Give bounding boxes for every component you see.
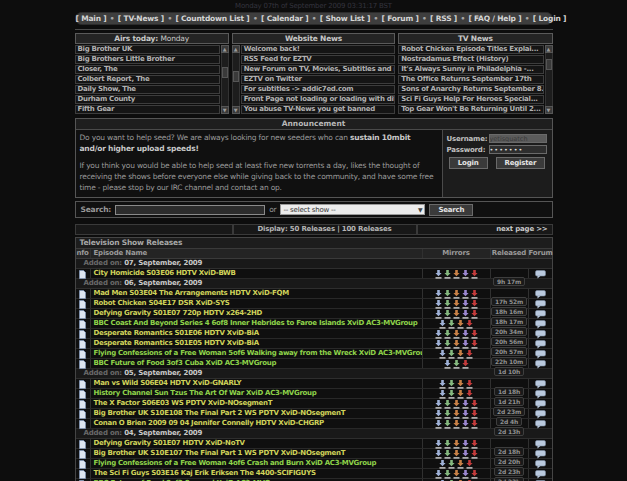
mirror-download-icon[interactable] bbox=[471, 414, 478, 433]
airs-today-item[interactable]: Daily Show, The bbox=[75, 85, 220, 94]
nav-item-tv-news[interactable]: [ TV-News ] bbox=[118, 14, 164, 23]
mirror-download-icon[interactable] bbox=[457, 474, 464, 481]
search-button[interactable]: Search bbox=[429, 204, 473, 216]
nav-item-forum[interactable]: [ Forum ] bbox=[382, 14, 419, 23]
mirror-download-icon[interactable] bbox=[462, 414, 469, 433]
release-name-link[interactable]: Big Brother UK S10E108 The Final Part 2 … bbox=[91, 409, 423, 418]
scroll-up-icon[interactable]: ▲ bbox=[232, 45, 240, 53]
tv-news-item[interactable]: Top Gear Won't Be Returning Until 2... bbox=[398, 105, 543, 114]
scroll-track[interactable] bbox=[232, 53, 240, 106]
mirror-download-icon[interactable] bbox=[448, 474, 455, 481]
releases-table-header: nfo Episode Name Mirrors Released Forum bbox=[76, 249, 552, 259]
release-name-link[interactable]: Flying Confessions of a Free Woman 4of6 … bbox=[91, 459, 423, 468]
release-name-link[interactable]: The X Factor S06E03 WS PDTV XviD-NOsegme… bbox=[91, 399, 423, 408]
mirror-download-icon[interactable] bbox=[444, 354, 451, 373]
release-name-link[interactable]: The Sci Fi Guys S03E16 Kaj Erik Eriksen … bbox=[91, 469, 423, 478]
release-name-link[interactable]: Man vs Wild S06E04 HDTV XviD-GNARLY bbox=[91, 379, 423, 388]
scroll-down-icon[interactable]: ▼ bbox=[232, 106, 240, 114]
release-name-link[interactable]: Flying Confessions of a Free Woman 5of6 … bbox=[91, 349, 423, 358]
mirror-download-icon[interactable] bbox=[466, 474, 473, 481]
next-page-link[interactable]: next page >> bbox=[496, 225, 547, 233]
nav-item-login[interactable]: [ Login ] bbox=[533, 14, 567, 23]
mirror-download-icon[interactable] bbox=[453, 414, 460, 433]
display-100-link[interactable]: 100 Releases bbox=[342, 225, 392, 233]
tv-news-item[interactable]: Sons of Anarchy Returns September 8... bbox=[398, 85, 543, 94]
display-50-link[interactable]: 50 Releases bbox=[290, 225, 335, 233]
website-news-item[interactable]: For subtitles -> addic7ed.com bbox=[241, 85, 396, 94]
scroll-thumb[interactable] bbox=[546, 59, 552, 70]
nfo-icon[interactable] bbox=[79, 474, 86, 481]
forum-comment-icon[interactable] bbox=[535, 264, 546, 283]
tv-news-item[interactable]: The Office Returns September 17th bbox=[398, 75, 543, 84]
airs-today-item[interactable]: Big Brothers Little Brother bbox=[75, 55, 220, 64]
mirror-download-icon[interactable] bbox=[453, 354, 460, 373]
nav-item-showlist[interactable]: [ Show List ] bbox=[320, 14, 370, 23]
nfo-cell bbox=[76, 269, 91, 278]
nav-item-faqhelp[interactable]: [ FAQ / Help ] bbox=[468, 14, 521, 23]
release-name-link[interactable]: Big Brother UK S10E107 The Final Part 1 … bbox=[91, 449, 423, 458]
nav-item-calendar[interactable]: [ Calendar ] bbox=[261, 14, 308, 23]
mirror-download-icon[interactable] bbox=[435, 264, 442, 283]
release-name-link[interactable]: Conan O Brien 2009 09 04 Jennifer Connel… bbox=[91, 419, 423, 428]
airs-today-item[interactable]: Closer, The bbox=[75, 65, 220, 74]
forum-comment-icon[interactable] bbox=[535, 354, 546, 373]
mirror-download-icon[interactable] bbox=[453, 264, 460, 283]
mirror-download-icon[interactable] bbox=[439, 474, 446, 481]
password-field[interactable] bbox=[489, 145, 547, 154]
forum-comment-icon[interactable] bbox=[535, 474, 546, 481]
website-news-item[interactable]: Welcome back! bbox=[241, 45, 396, 54]
forum-cell bbox=[529, 419, 552, 428]
scroll-track[interactable] bbox=[545, 53, 553, 106]
mirror-download-icon[interactable] bbox=[444, 414, 451, 433]
website-news-item[interactable]: RSS Feed for EZTV bbox=[241, 55, 396, 64]
scroll-track[interactable] bbox=[221, 53, 229, 106]
release-name-link[interactable]: Defying Gravity S01E07 HDTV XviD-NoTV bbox=[91, 439, 423, 448]
nav-item-countdownlist[interactable]: [ Countdown List ] bbox=[175, 14, 249, 23]
username-field[interactable] bbox=[489, 134, 547, 143]
website-news-item[interactable]: Front Page not loading or loading with d… bbox=[241, 95, 396, 104]
website-news-item[interactable]: New Forum on TV, Movies, Subtitles and m… bbox=[241, 65, 396, 74]
scroll-down-icon[interactable]: ▼ bbox=[545, 106, 553, 114]
mirror-download-icon[interactable] bbox=[471, 264, 478, 283]
tv-news-item[interactable]: Nostradamus Effect (History) bbox=[398, 55, 543, 64]
register-button[interactable]: Register bbox=[496, 157, 546, 169]
mirror-download-icon[interactable] bbox=[462, 354, 469, 373]
tv-news-item[interactable]: Robot Chicken Episode Titles Explai... bbox=[398, 45, 543, 54]
forum-comment-icon[interactable] bbox=[535, 414, 546, 433]
scroll-thumb[interactable] bbox=[233, 71, 239, 82]
search-input[interactable] bbox=[115, 205, 265, 215]
mirror-download-icon[interactable] bbox=[444, 264, 451, 283]
website-news-scrollbar[interactable]: ▲ ▼ bbox=[232, 45, 240, 114]
airs-today-item[interactable]: Colbert Report, The bbox=[75, 75, 220, 84]
scroll-up-icon[interactable]: ▲ bbox=[545, 45, 553, 53]
nav-item-main[interactable]: [ Main ] bbox=[76, 14, 107, 23]
release-name-link[interactable]: BBC Future of Food 3of3 Cuba XviD AC3-MV… bbox=[91, 359, 423, 368]
release-name-link[interactable]: Robot Chicken S04E17 DSR XviD-SYS bbox=[91, 299, 423, 308]
nav-item-rss[interactable]: [ RSS ] bbox=[430, 14, 457, 23]
release-name-link[interactable]: Desperate Romantics S01E06 HDTV XviD-BiA bbox=[91, 329, 423, 338]
airs-scrollbar[interactable]: ▲ ▼ bbox=[221, 45, 229, 114]
release-name-link[interactable]: History Channel Sun Tzus The Art Of War … bbox=[91, 389, 423, 398]
airs-today-item[interactable]: Fifth Gear bbox=[75, 105, 220, 114]
mirror-download-icon[interactable] bbox=[435, 414, 442, 433]
release-name-link[interactable]: Mad Men S03E04 The Arrangements HDTV Xvi… bbox=[91, 289, 423, 298]
tv-news-item[interactable]: Sci Fi Guys Help For Heroes Special... bbox=[398, 95, 543, 104]
release-name-link[interactable]: BBC Coast And Beyond Series 4 6of8 Inner… bbox=[91, 319, 423, 328]
scroll-up-icon[interactable]: ▲ bbox=[221, 45, 229, 53]
scroll-thumb[interactable] bbox=[222, 67, 228, 78]
tv-news-scrollbar[interactable]: ▲ ▼ bbox=[545, 45, 553, 114]
website-news-item[interactable]: EZTV on Twitter bbox=[241, 75, 396, 84]
airs-today-item[interactable]: Big Brother UK bbox=[75, 45, 220, 54]
release-name-link[interactable]: City Homicide S03E06 HDTV XviD-BWB bbox=[91, 269, 423, 278]
airs-today-header: Airs today: Monday bbox=[75, 33, 229, 44]
mirror-download-icon[interactable] bbox=[462, 264, 469, 283]
login-button[interactable]: Login bbox=[449, 157, 488, 169]
airs-today-item[interactable]: Durham County bbox=[75, 95, 220, 104]
release-name-link[interactable]: Desperate Romantics S01E05 HDTV XviD-BiA bbox=[91, 339, 423, 348]
website-news-item[interactable]: You abuse TV-News you get banned bbox=[241, 105, 396, 114]
tv-news-item[interactable]: It's Always Sunny in Philadelphia -... bbox=[398, 65, 543, 74]
show-select-dropdown[interactable]: -- select show -- ▼ bbox=[280, 204, 425, 215]
release-name-link[interactable]: Defying Gravity S01E07 720p HDTV x264-2H… bbox=[91, 309, 423, 318]
display-options: Display: 50 Releases | 100 Releases bbox=[233, 224, 417, 235]
scroll-down-icon[interactable]: ▼ bbox=[221, 106, 229, 114]
